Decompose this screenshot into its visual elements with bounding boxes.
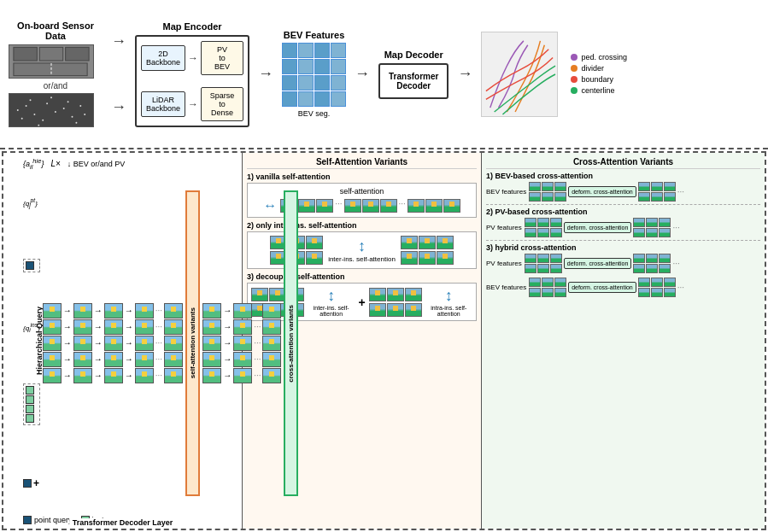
feat-box-22 <box>73 368 92 383</box>
divider-label: divider <box>581 64 604 73</box>
top-encoder-row: 2D Backbone → PV to BEV <box>141 41 243 75</box>
feature-rows-1: → → → ··· → <box>43 173 183 513</box>
dots-ca-v2: ··· <box>672 223 679 232</box>
map-decoder-title: Map Decoder <box>384 50 443 60</box>
map-decoder: Map Decoder Transformer Decoder <box>378 50 448 99</box>
arrow-pv: → <box>188 52 198 64</box>
bev-cell <box>282 91 297 107</box>
fm-box-v2-2 <box>537 218 549 227</box>
self-attn-block-container: self-attention variants <box>185 173 200 513</box>
fm-box-v2-r3 <box>659 218 671 227</box>
fs-box-v3-9 <box>405 288 422 301</box>
arrows-to-encoder: → → <box>111 32 126 116</box>
transformer-decoder-box: Transformer Decoder <box>378 63 448 99</box>
ca-v1-feat-group-right <box>638 182 676 202</box>
centerline-dot <box>571 87 577 94</box>
fm-box-v3-pv-1 <box>525 254 536 263</box>
feat-box-15 <box>164 336 183 351</box>
feat-row-2: → → → ··· <box>43 319 183 335</box>
fm-box-v3-pv-r3 <box>659 254 671 263</box>
fm-box-v1-2 <box>542 182 554 191</box>
feat-box-r2 <box>233 303 252 319</box>
fm-box-v1-6 <box>554 192 566 202</box>
sensor-data: On-board Sensor Data or/and <box>9 20 103 127</box>
main-content-area: {qjpt} {qiins} + <box>23 173 237 513</box>
fm-box-v2-r4 <box>633 228 645 237</box>
bev-features-label-v1: BEV features <box>486 188 526 196</box>
feat-box-r11 <box>233 352 252 367</box>
fm-box-v1-r2 <box>651 182 663 191</box>
svg-point-16 <box>79 105 81 107</box>
sa-v1-feat-pair-2 <box>344 199 397 213</box>
fs-box-v2-7 <box>401 236 418 249</box>
svg-rect-3 <box>66 47 89 61</box>
map-encoder-title: Map Encoder <box>162 21 221 32</box>
feat-box-r6 <box>262 319 281 335</box>
feat-box-25 <box>164 368 183 383</box>
bev-seg-label: BEV seg. <box>298 109 331 118</box>
ca-v3-pv-feat-row-r-1 <box>633 254 671 263</box>
ca-v2-feat-group <box>525 218 562 237</box>
main-container: On-board Sensor Data or/and <box>0 0 768 532</box>
feat-box-r13 <box>202 368 221 383</box>
ca-variant-2-label: 2) PV-based cross-attention <box>486 208 760 216</box>
map-encoder: Map Encoder 2D Backbone → PV to BEV LiDA… <box>135 21 249 127</box>
bev-cell <box>282 43 297 58</box>
sa-v3-row-4 <box>369 303 422 317</box>
svg-point-17 <box>75 122 77 124</box>
ca-v1-feat-row-2 <box>529 192 566 202</box>
fm-box-v3-pv-4 <box>525 264 536 273</box>
fs-box-v2-10 <box>401 251 418 265</box>
fm-box-v3-bev-6 <box>554 288 566 297</box>
fm-box-v2-5 <box>537 228 549 237</box>
cross-attention-variants-title: Cross-Attention Variants <box>486 157 760 169</box>
pv-features-label-v3: PV features <box>486 260 522 267</box>
sa-v1-feat-group: ··· ··· <box>280 199 460 213</box>
ca-variant-3: 3) hybrid cross-attention PV features <box>486 243 760 300</box>
feat-box-r10 <box>202 352 221 367</box>
self-attention-variants-title: Self-Attention Variants <box>247 157 477 169</box>
feat-box-14 <box>135 336 154 351</box>
centerline-label: centerline <box>581 86 614 95</box>
svg-point-13 <box>42 120 44 121</box>
feat-box-9 <box>135 319 154 335</box>
fs-box-8 <box>425 199 443 213</box>
bev-or-pv-label: ↓ BEV or/and PV <box>67 160 126 168</box>
sensor-images: or/and <box>9 44 103 127</box>
fs-box-v3-12 <box>405 303 422 317</box>
bev-cell <box>331 91 346 107</box>
feat-box-r4 <box>202 319 221 335</box>
feat-box-r14 <box>233 368 252 383</box>
fm-box-v1-1 <box>529 182 541 191</box>
instance-query-item-1 <box>26 386 34 395</box>
sa-v2-row-4 <box>401 251 454 265</box>
ca-v1-features: deform. cross-attention <box>529 182 684 202</box>
ca-v2-feat-row-r-1 <box>633 218 671 227</box>
bev-cell <box>331 59 346 74</box>
deform-box-v3-pv: deform. cross-attention <box>564 258 632 269</box>
bev-cell <box>298 75 314 91</box>
q-hie-label: {ailhie} <box>23 157 44 171</box>
backbone-2d-box: 2D Backbone <box>141 45 185 71</box>
fs-box-5 <box>362 199 379 213</box>
ca-v3-pv-feat-row-1 <box>525 254 562 263</box>
arrow-sparse: → <box>188 98 198 110</box>
feat-row-1: → → → ··· <box>43 303 183 319</box>
boundary-dot <box>571 76 577 83</box>
sa-v2-feat-group-2 <box>401 236 454 265</box>
encoder-boxes: 2D Backbone → PV to BEV LiDAR Backbone →… <box>135 35 249 127</box>
sa-v3-arrow1: ↕ inter-ins. self-attention <box>308 287 355 317</box>
sparse-to-dense-box: Sparse to Dense <box>201 87 243 121</box>
arrow-to-decoder: → <box>355 65 370 83</box>
fs-box-v2-9 <box>437 236 454 249</box>
result-map <box>481 32 558 117</box>
feat-box-16 <box>43 352 62 367</box>
q-pt-label: {qjpt} <box>23 197 40 208</box>
point-query-color <box>23 516 32 524</box>
fs-box-v2-8 <box>419 236 436 249</box>
point-query-item <box>26 261 34 270</box>
feat-box-r15 <box>262 368 281 383</box>
fs-box-v2-6 <box>306 251 323 265</box>
feat-box-20 <box>164 352 183 367</box>
fm-box-v3-bev-r2 <box>651 278 663 287</box>
